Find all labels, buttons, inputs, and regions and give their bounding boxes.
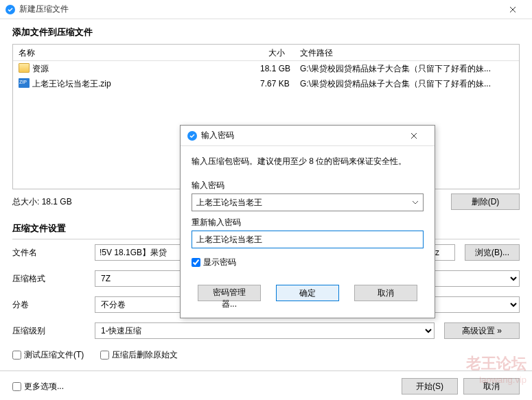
col-header-path[interactable]: 文件路径 [290,45,519,60]
file-name: 资源 [32,64,49,73]
app-icon [187,131,197,141]
level-select[interactable]: 1-快速压缩 [95,322,435,339]
reenter-password-input[interactable] [192,231,424,248]
close-icon [410,132,417,139]
password-dialog: 输入密码 输入压缩包密码。建议使用至少 8 位的密码来保证安全性。 输入密码 上… [180,125,435,318]
file-name: 上老王论坛当老王.zip [32,79,111,89]
advanced-settings-button[interactable]: 高级设置 » [444,322,520,339]
main-window: 新建压缩文件 添加文件到压缩文件 名称 大小 文件路径 资源 18.1 GB G… [0,0,532,400]
format-label: 压缩格式 [12,273,95,285]
delete-button[interactable]: 删除(D) [451,193,520,210]
file-size: 7.67 KB [255,78,290,90]
password-hint: 输入压缩包密码。建议使用至少 8 位的密码来保证安全性。 [192,156,424,167]
test-archive-checkbox[interactable]: 测试压缩文件(T) [12,349,84,361]
table-row[interactable]: 上老王论坛当老王.zip 7.67 KB G:\果贷校园贷精品妹子大合集（只留下… [13,76,519,91]
ok-button[interactable]: 确定 [276,285,339,301]
table-row[interactable]: 资源 18.1 GB G:\果贷校园贷精品妹子大合集（只留下了好看的妹... [13,61,519,76]
delete-source-checkbox[interactable]: 压缩后删除原始文 [100,349,178,361]
close-icon [509,6,516,13]
chevron-down-icon [412,200,419,204]
total-size-label: 总大小: 18.1 GB [12,196,72,208]
zip-icon [19,78,30,88]
level-label: 压缩级别 [12,325,95,337]
password-manager-button[interactable]: 密码管理器... [198,285,261,301]
enter-password-label: 输入密码 [192,180,424,191]
table-header: 名称 大小 文件路径 [13,45,519,61]
dialog-close-button[interactable] [400,129,428,143]
file-path: G:\果贷校园贷精品妹子大合集（只留下了好看的妹... [290,62,519,76]
window-title: 新建压缩文件 [19,3,69,15]
file-size: 18.1 GB [255,62,290,75]
dialog-title: 输入密码 [201,130,234,141]
title-bar: 新建压缩文件 [0,0,532,19]
more-options-checkbox[interactable]: 更多选项... [12,381,64,392]
col-header-name[interactable]: 名称 [13,45,255,60]
browse-button[interactable]: 浏览(B)... [465,244,520,261]
volume-label: 分卷 [12,299,95,311]
add-files-heading: 添加文件到压缩文件 [0,19,532,44]
reenter-password-label: 重新输入密码 [192,217,424,228]
window-close-button[interactable] [499,3,527,16]
start-button[interactable]: 开始(S) [402,378,458,395]
dialog-cancel-button[interactable]: 取消 [354,285,417,301]
filename-label: 文件名 [12,247,95,259]
app-icon [5,5,15,14]
folder-icon [19,63,30,73]
password-combo[interactable]: 上老王论坛当老王 [192,193,424,211]
cancel-button[interactable]: 取消 [463,378,520,395]
file-path: G:\果贷校园贷精品妹子大合集（只留下了好看的妹... [290,77,519,91]
show-password-checkbox[interactable]: 显示密码 [192,257,424,268]
col-header-size[interactable]: 大小 [255,45,290,60]
